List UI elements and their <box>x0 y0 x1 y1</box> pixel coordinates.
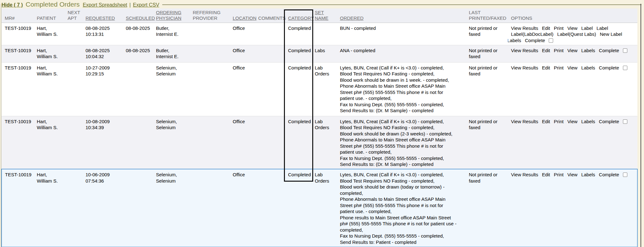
column-header-label-scheduled[interactable]: SCHEDULED <box>126 15 155 21</box>
option-view-results[interactable]: View Results <box>511 25 538 31</box>
cell-category: Completed <box>285 23 312 45</box>
cell-physician: Butler, Internist E. <box>153 23 190 45</box>
column-header-label-ordered[interactable]: ORDERED <box>340 15 364 21</box>
complete-checkbox[interactable] <box>549 38 553 43</box>
cell-requested: 10-08-2009 10:34:39 <box>82 116 123 169</box>
option-view[interactable]: View <box>567 65 577 71</box>
column-header-requested: REQUESTED <box>82 8 123 23</box>
option-labels[interactable]: Labels <box>581 47 595 54</box>
column-header-label-next_apt: NEXT APT <box>68 10 80 21</box>
cell-requested: 10-06-2009 07:54:36 <box>82 169 123 247</box>
option-labels[interactable]: Labels <box>581 118 595 125</box>
option-labels[interactable]: Labels <box>581 65 595 71</box>
order-row-2[interactable]: TEST-10019Hart, William S.08-08-2025 10:… <box>2 45 637 62</box>
order-row-1[interactable]: TEST-10019Hart, William S.08-08-2025 10:… <box>2 23 637 45</box>
option-complete[interactable]: Complete <box>525 37 545 44</box>
option-label-labdoclabel[interactable]: Label(LabDocLabel) <box>511 31 553 37</box>
option-labels[interactable]: Labels <box>508 37 521 44</box>
cell-options: View ResultsEditPrintViewLabelLabelLabel… <box>508 23 637 45</box>
option-view[interactable]: View <box>567 118 577 125</box>
column-header-label-options: OPTIONS <box>511 15 532 21</box>
option-view-results[interactable]: View Results <box>511 47 538 54</box>
cell-requested: 08-08-2025 10:13:31 <box>82 23 123 45</box>
option-view-results[interactable]: View Results <box>511 118 538 125</box>
cell-ordered: Lytes, BUN, Creat (Call if K+ is <3.0) -… <box>337 169 466 247</box>
complete-checkbox[interactable] <box>623 48 627 53</box>
order-row-3[interactable]: TEST-10019Hart, William S.10-27-2009 10:… <box>2 62 637 116</box>
cell-patient: Hart, William S. <box>34 45 64 62</box>
column-header-label-physician[interactable]: ORDERING PHYSICIAN <box>156 10 181 21</box>
column-header-category: CATEGORY <box>285 8 312 23</box>
order-row-5[interactable]: TEST-10019Hart, William S.10-06-2009 07:… <box>2 169 637 247</box>
cell-last_printed: Not printed or faxed <box>466 116 508 169</box>
cell-next_apt <box>64 23 82 45</box>
option-print[interactable]: Print <box>554 65 564 71</box>
cell-physician: Selenium, Selenium <box>153 62 190 116</box>
option-print[interactable]: Print <box>554 118 564 125</box>
option-view[interactable]: View <box>567 172 577 178</box>
column-header-location: LOCATION <box>230 8 255 23</box>
option-view-results[interactable]: View Results <box>511 172 538 178</box>
option-complete[interactable]: Complete <box>599 47 619 54</box>
column-header-comments: COMMENTS <box>255 8 285 23</box>
completed-orders-page: Hide ( 7 ) Completed Orders Export Sprea… <box>0 0 644 247</box>
cell-comments <box>255 62 285 116</box>
option-edit[interactable]: Edit <box>542 118 550 125</box>
option-complete[interactable]: Complete <box>599 172 619 178</box>
column-header-label-requested[interactable]: REQUESTED <box>86 15 115 21</box>
cell-referring <box>190 116 230 169</box>
column-header-label-comments: COMMENTS <box>258 15 286 21</box>
cell-comments <box>255 45 285 62</box>
option-edit[interactable]: Edit <box>542 25 550 31</box>
option-print[interactable]: Print <box>554 47 564 54</box>
column-header-physician: ORDERING PHYSICIAN <box>153 8 190 23</box>
option-label[interactable]: Label <box>581 25 593 31</box>
option-label-quest-labs[interactable]: Label(Quest Labs) <box>557 31 596 37</box>
option-edit[interactable]: Edit <box>542 47 550 54</box>
complete-checkbox[interactable] <box>623 66 627 70</box>
cell-category: Completed <box>285 169 312 247</box>
column-header-patient: PATIENT <box>34 8 64 23</box>
option-label[interactable]: Label <box>597 25 608 31</box>
option-complete[interactable]: Complete <box>599 65 619 71</box>
option-view-results[interactable]: View Results <box>511 65 538 71</box>
option-new-label[interactable]: New Label <box>600 31 622 37</box>
complete-checkbox[interactable] <box>623 119 627 124</box>
cell-physician: Butler, Internist E. <box>153 45 190 62</box>
option-print[interactable]: Print <box>554 172 564 178</box>
cell-referring <box>190 45 230 62</box>
cell-scheduled <box>123 116 153 169</box>
option-labels[interactable]: Labels <box>581 172 595 178</box>
order-row-4[interactable]: TEST-10019Hart, William S.10-08-2009 10:… <box>2 116 637 169</box>
cell-category: Completed <box>285 116 312 169</box>
cell-next_apt <box>64 169 82 247</box>
cell-category: Completed <box>285 62 312 116</box>
cell-options: View ResultsEditPrintViewLabelsComplete <box>508 45 637 62</box>
column-header-label-location[interactable]: LOCATION <box>233 15 257 21</box>
column-header-label-mr: MR# <box>5 15 15 21</box>
option-edit[interactable]: Edit <box>542 65 550 71</box>
column-header-label-category[interactable]: CATEGORY <box>288 15 314 21</box>
cell-ordered: ANA - completed <box>337 45 466 62</box>
column-header-label-set_name[interactable]: SET NAME <box>315 10 328 21</box>
option-complete[interactable]: Complete <box>599 118 619 125</box>
option-print[interactable]: Print <box>554 25 564 31</box>
cell-mr: TEST-10019 <box>2 169 34 247</box>
cell-patient: Hart, William S. <box>34 62 64 116</box>
cell-comments <box>255 23 285 45</box>
completed-orders-panel: MR#PATIENTNEXT APTREQUESTEDSCHEDULEDORDE… <box>1 4 641 247</box>
complete-checkbox[interactable] <box>623 173 627 177</box>
cell-patient: Hart, William S. <box>34 169 64 247</box>
option-view[interactable]: View <box>567 47 577 54</box>
column-header-options: OPTIONS <box>508 8 637 23</box>
cell-mr: TEST-10019 <box>2 23 34 45</box>
cell-location: Office <box>230 169 255 247</box>
cell-set_name: Lab Orders <box>312 169 337 247</box>
orders-table-body: TEST-10019Hart, William S.08-08-2025 10:… <box>2 23 637 247</box>
cell-location: Office <box>230 116 255 169</box>
option-edit[interactable]: Edit <box>542 172 550 178</box>
cell-mr: TEST-10019 <box>2 62 34 116</box>
column-header-last_printed: LAST PRINTED/FAXED <box>466 8 508 23</box>
option-view[interactable]: View <box>567 25 577 31</box>
cell-ordered: Lytes, BUN, Creat (Call if K+ is <3.0) -… <box>337 116 466 169</box>
